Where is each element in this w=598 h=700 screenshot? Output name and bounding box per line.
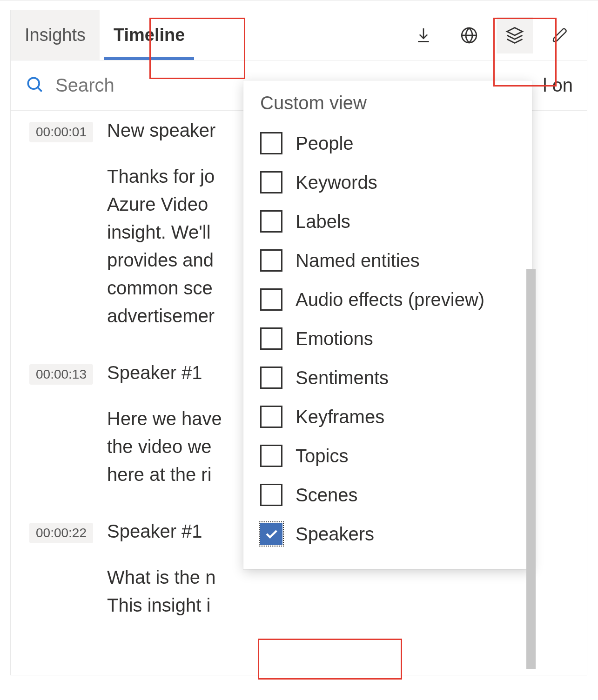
checkbox[interactable] (260, 327, 282, 350)
dropdown-item-label: Scenes (296, 485, 357, 506)
dropdown-item[interactable]: Emotions (243, 319, 532, 358)
edit-icon (551, 26, 570, 45)
dropdown-item[interactable]: Named entities (243, 241, 532, 280)
autoscroll-label: l on (543, 75, 573, 96)
checkbox[interactable] (260, 171, 282, 193)
dropdown-item[interactable]: Sentiments (243, 358, 532, 397)
search-icon (25, 74, 45, 97)
language-button[interactable] (451, 17, 487, 53)
tab-timeline[interactable]: Timeline (100, 10, 199, 60)
timestamp-badge[interactable]: 00:00:13 (29, 364, 93, 385)
dropdown-item-label: Audio effects (preview) (296, 289, 484, 310)
timestamp-badge[interactable]: 00:00:01 (29, 122, 93, 142)
dropdown-item-label: Sentiments (296, 367, 389, 388)
edit-button[interactable] (542, 17, 578, 53)
dropdown-list: PeopleKeywordsLabelsNamed entitiesAudio … (243, 124, 532, 553)
download-icon (414, 26, 433, 45)
checkbox[interactable] (260, 249, 282, 272)
layers-icon (504, 25, 525, 46)
checkbox[interactable] (260, 406, 282, 428)
dropdown-item[interactable]: Speakers (243, 514, 532, 553)
dropdown-item[interactable]: Keywords (243, 163, 532, 202)
dropdown-item-label: Emotions (296, 328, 373, 349)
dropdown-item[interactable]: People (243, 124, 532, 163)
dropdown-item-label: People (296, 133, 354, 154)
checkbox[interactable] (260, 445, 282, 467)
checkbox[interactable] (260, 367, 282, 389)
globe-icon (459, 26, 479, 45)
custom-view-button[interactable] (497, 17, 533, 53)
dropdown-item-label: Named entities (296, 250, 420, 271)
timestamp-badge[interactable]: 00:00:22 (29, 523, 93, 543)
custom-view-dropdown: Custom view PeopleKeywordsLabelsNamed en… (243, 80, 532, 569)
dropdown-item[interactable]: Scenes (243, 475, 532, 514)
download-button[interactable] (405, 17, 442, 53)
tab-row: Insights Timeline (11, 10, 587, 60)
dropdown-item[interactable]: Audio effects (preview) (243, 280, 532, 319)
checkbox[interactable] (260, 523, 282, 545)
scrollbar-thumb[interactable] (526, 269, 536, 669)
dropdown-item[interactable]: Topics (243, 436, 532, 475)
checkbox[interactable] (260, 288, 282, 311)
dropdown-item[interactable]: Labels (243, 202, 532, 241)
app-root: Insights Timeline (0, 0, 598, 700)
svg-point-1 (28, 78, 39, 89)
tab-actions (405, 10, 587, 60)
checkbox[interactable] (260, 484, 282, 506)
checkbox[interactable] (260, 132, 282, 154)
dropdown-item-label: Topics (296, 446, 348, 467)
dropdown-item[interactable]: Keyframes (243, 397, 532, 436)
dropdown-item-label: Speakers (296, 524, 374, 545)
transcript-text[interactable]: What is the n This insight i (107, 563, 428, 619)
dropdown-item-label: Labels (296, 211, 350, 232)
dropdown-item-label: Keyframes (296, 407, 384, 427)
checkbox[interactable] (260, 210, 282, 233)
dropdown-item-label: Keywords (296, 172, 377, 193)
dropdown-title: Custom view (243, 80, 532, 124)
tab-insights[interactable]: Insights (11, 10, 100, 60)
